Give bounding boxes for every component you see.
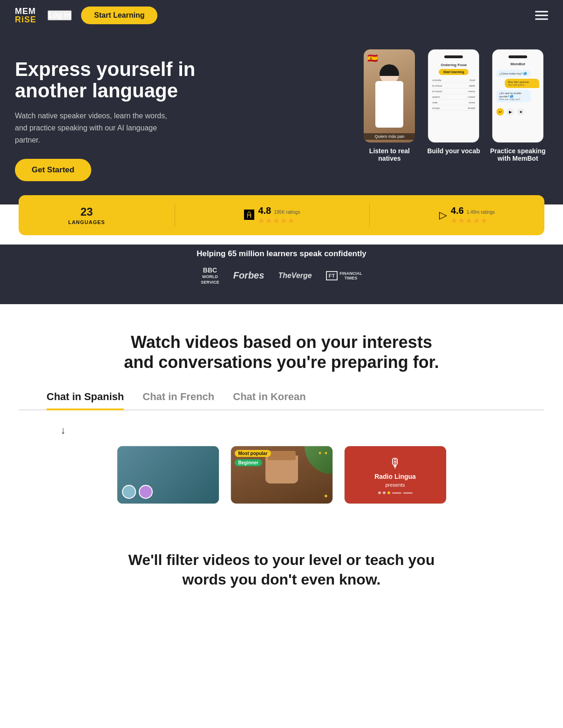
chat-action-2[interactable]: ▶ [507, 108, 514, 116]
membot-title: MemBot [496, 62, 539, 66]
get-started-button[interactable]: Get Started [15, 159, 91, 181]
radio-lingua-title: Radio Lingua [374, 473, 416, 480]
play-store-icon: ▷ [439, 209, 447, 221]
phone-notch-2 [509, 55, 527, 58]
badge-beginner: Beginner [235, 459, 262, 466]
play-store-count: 1.49m ratings [467, 210, 495, 215]
login-button[interactable]: Log in [47, 10, 72, 20]
thumb-3: 🎙 Radio Lingua presents [345, 446, 446, 503]
hair [380, 64, 399, 76]
feature-membot-label: Practice speaking with MemBot [488, 147, 548, 162]
press-title: Helping 65 million learners speak confid… [15, 249, 548, 259]
card-2-body: Ordering a coffee from the barista [231, 503, 332, 504]
press-logos: BBC WORLD SERVICE Forbes TheVerge FT FIN… [15, 266, 548, 286]
vocab-row-1: comidafood [432, 79, 475, 83]
chat-a1: Muy bien gracias Very well gracia [505, 79, 539, 88]
feature-native: Quiero más pan Listen to real natives [359, 49, 420, 162]
vocab-row-4: quieroI want [432, 95, 475, 100]
thumb-1 [117, 446, 219, 503]
start-learning-button[interactable]: Start Learning [81, 7, 157, 24]
play-store-row: ▷ 4.6 1.49m ratings ★★★★★ [439, 205, 495, 225]
chat-q1: ¿Cómo estás hoy? 🌎 [496, 70, 531, 77]
card-1-body: Bad Bunny - Ojitos Lindos [117, 503, 219, 504]
tabs-row: Chat in Spanish Chat in French Chat in K… [19, 391, 544, 410]
native-caption: Quiero más pan [364, 133, 415, 140]
radio-dots [378, 491, 413, 494]
stat-divider-1 [175, 204, 175, 227]
person-avatar-2 [139, 485, 153, 499]
vocab-row-6: el panbread [432, 107, 475, 111]
feature-vocab-label: Build your vocab [427, 147, 480, 155]
chat-action-3[interactable]: ★ [517, 108, 524, 116]
vocab-title: Ordering Food [432, 63, 475, 67]
hamburger-line-1 [535, 11, 548, 13]
tab-french[interactable]: Chat in French [142, 391, 214, 410]
person-body [375, 81, 403, 128]
verge-logo: TheVerge [278, 272, 312, 280]
app-store-stars: ★★★★★ [258, 216, 300, 225]
video-card-1[interactable]: Bad Bunny - Ojitos Lindos [117, 446, 219, 504]
app-store-number: 4.8 [258, 205, 271, 216]
stat-divider-2 [369, 204, 370, 227]
forbes-logo: Forbes [233, 270, 265, 281]
app-store-info: 4.8 195K ratings ★★★★★ [258, 205, 300, 225]
video-card-2[interactable]: Most popular Beginner ✦ ✦ ✦ Ordering a c… [231, 446, 333, 504]
vocab-row-3: el menúmenu [432, 90, 475, 94]
app-store-rating: 🅰 4.8 195K ratings ★★★★★ [244, 205, 300, 225]
hero-section: Express yourself in another language Wat… [0, 31, 563, 204]
app-store-rating-row: 4.8 195K ratings [258, 205, 300, 216]
feature-membot: MemBot ¿Cómo estás hoy? 🌎 Muy bien graci… [488, 49, 548, 162]
thumb-2: Most popular Beginner ✦ ✦ ✦ [231, 446, 332, 503]
stats-bar: 23 LANGUAGES 🅰 4.8 195K ratings ★★★★★ ▷ … [19, 195, 544, 235]
play-store-number: 4.6 [451, 205, 464, 216]
tab-korean[interactable]: Chat in Korean [233, 391, 305, 410]
logo-rise: RiSE [15, 15, 36, 24]
phone-notch [444, 55, 463, 58]
chat-action-1[interactable]: ↩ [496, 108, 504, 116]
hamburger-menu[interactable] [535, 11, 548, 20]
vocab-row-2: la mesatable [432, 84, 475, 88]
video-section-title: Watch videos based on your interests and… [119, 332, 445, 372]
bottom-section: We'll filter videos to your level or tea… [0, 523, 563, 617]
play-store-rating-row: 4.6 1.49m ratings [451, 205, 495, 216]
logo: MEM RiSE [15, 7, 36, 24]
languages-label: LANGUAGES [68, 219, 105, 225]
chat-a1-sub: Very well gracia [508, 83, 536, 86]
video-section: Watch videos based on your interests and… [0, 304, 563, 523]
languages-number: 23 [81, 205, 93, 218]
chat-actions: ↩ ▶ ★ [496, 104, 539, 116]
person-avatar-1 [122, 485, 136, 499]
play-store-info: 4.6 1.49m ratings ★★★★★ [451, 205, 495, 225]
card-3-body: Where do you live? [345, 503, 446, 504]
person-figure [373, 64, 406, 139]
bottom-title: We'll filter videos to your level or tea… [119, 551, 445, 589]
thumb-stars-2: ✦ [323, 492, 329, 500]
chat-q2: ¿En qué te puedo ayudar? 🌎 How can I hel… [496, 90, 531, 102]
badge-popular: Most popular [235, 450, 271, 457]
feature-native-label: Listen to real natives [359, 147, 420, 162]
hamburger-line-3 [535, 19, 548, 20]
membot-phone-mock: MemBot ¿Cómo estás hoy? 🌎 Muy bien graci… [492, 49, 543, 143]
microphone-icon: 🎙 [389, 456, 402, 471]
logo-mem: MEM [15, 7, 36, 15]
ft-logo: FT FINANCIAL TIMES [326, 271, 362, 280]
vocab-row-5: másmore [432, 101, 475, 105]
app-store-count: 195K ratings [274, 210, 300, 215]
native-phone-mock: Quiero más pan [364, 49, 415, 143]
app-store-row: 🅰 4.8 195K ratings ★★★★★ [244, 205, 300, 225]
hamburger-line-2 [535, 15, 548, 16]
hero-subtitle: Watch native speaker videos, learn the w… [15, 110, 169, 146]
vocab-cta: Start learning [439, 69, 468, 75]
video-card-3[interactable]: 🎙 Radio Lingua presents Where do you liv… [344, 446, 447, 504]
native-person [364, 49, 415, 143]
radio-presents: presents [385, 482, 405, 488]
vocab-phone-mock: Ordering Food Start learning comidafood … [428, 49, 479, 143]
hero-right: Quiero más pan Listen to real natives Or… [215, 49, 548, 162]
header: MEM RiSE Log in Start Learning [0, 0, 563, 31]
feature-vocab: Ordering Food Start learning comidafood … [427, 49, 480, 155]
play-store-stars: ★★★★★ [451, 216, 495, 225]
bbc-logo: BBC WORLD SERVICE [201, 266, 219, 286]
tab-spanish[interactable]: Chat in Spanish [47, 391, 124, 410]
play-store-rating: ▷ 4.6 1.49m ratings ★★★★★ [439, 205, 495, 225]
video-cards: Bad Bunny - Ojitos Lindos Most popular B… [19, 446, 544, 504]
